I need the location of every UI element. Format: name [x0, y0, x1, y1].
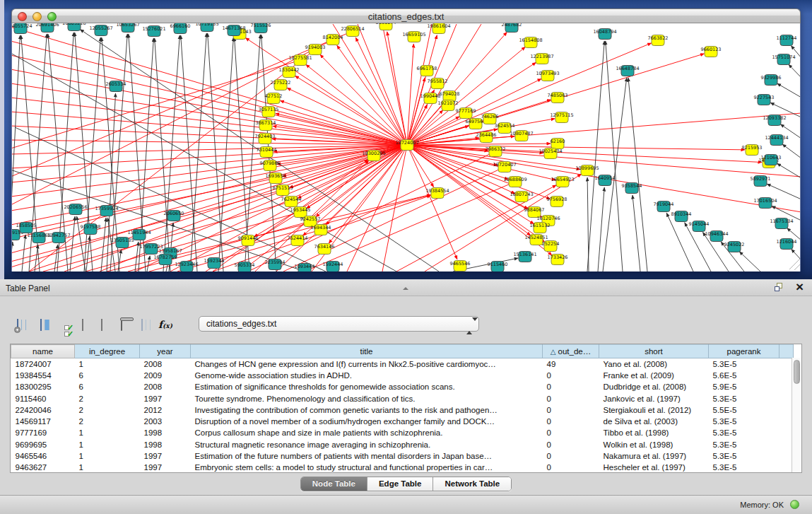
attribute-table[interactable]: namein_degreeyeartitle△out_de…shortpager… [10, 344, 802, 473]
table-cell[interactable]: 0 [543, 427, 599, 438]
table-cell[interactable]: 1998 [140, 439, 191, 450]
table-cell[interactable]: 2012 [140, 404, 191, 416]
table-cell[interactable]: 9777169 [11, 427, 75, 438]
table-cell[interactable]: 14569117 [11, 416, 75, 427]
table-cell[interactable]: Investigating the contribution of common… [191, 404, 543, 416]
table-cell[interactable]: 5.3E-5 [709, 462, 779, 473]
table-cell[interactable]: Hescheler et al. (1997) [599, 462, 709, 473]
citation-network-graph[interactable]: 1872400718300295193845549777169649756874… [12, 23, 801, 271]
select-all-button[interactable]: ✓ ✓ [55, 315, 73, 334]
table-cell[interactable]: 2003 [140, 416, 191, 427]
table-cell[interactable]: 22420046 [11, 404, 75, 416]
table-row[interactable]: 2242004622012Investigating the contribut… [11, 404, 794, 416]
column-header-name[interactable]: name [11, 345, 75, 358]
table-row[interactable]: 1872400712008Changes of HCN gene express… [11, 358, 794, 370]
table-cell[interactable]: 0 [543, 404, 599, 416]
table-header-row[interactable]: namein_degreeyeartitle△out_de…shortpager… [11, 345, 794, 358]
table-cell[interactable]: Nakamura et al. (1997) [599, 450, 709, 462]
table-cell[interactable]: 9463627 [11, 462, 75, 473]
table-cell[interactable]: 0 [543, 416, 599, 427]
table-cell[interactable]: 5.5E-5 [709, 404, 779, 416]
table-cell[interactable]: 2 [75, 416, 140, 427]
delete-rows-button[interactable] [112, 315, 131, 334]
table-cell[interactable]: 2 [75, 392, 140, 404]
function-builder-button[interactable]: f(x) [154, 315, 177, 334]
float-panel-icon[interactable] [775, 283, 785, 293]
scrollbar-thumb[interactable] [794, 360, 800, 384]
show-columns-button[interactable] [32, 315, 50, 334]
tab-network-table[interactable]: Network Table [433, 477, 511, 491]
table-cell[interactable]: 0 [543, 450, 599, 462]
table-cell[interactable]: 2008 [140, 381, 191, 392]
table-scrollbar[interactable] [792, 358, 801, 472]
table-cell[interactable]: Wolkin et al. (1998) [599, 439, 709, 450]
table-row[interactable]: 946362711997Embryonic stem cells: a mode… [11, 462, 794, 473]
network-window[interactable]: citations_edges.txt 18724007183002951938… [11, 8, 801, 271]
table-cell[interactable]: Corpus callosum shape and size in male p… [191, 427, 543, 438]
table-cell[interactable]: Disruption of a novel member of a sodium… [191, 416, 543, 427]
table-cell[interactable]: 1 [75, 439, 140, 450]
table-cell[interactable]: 5.3E-5 [709, 416, 779, 427]
table-cell[interactable]: Changes of HCN gene expression and I(f) … [191, 358, 543, 370]
tab-node-table[interactable]: Node Table [301, 477, 367, 491]
table-cell[interactable]: 5.3E-5 [709, 358, 779, 370]
column-header-title[interactable]: title [191, 345, 543, 358]
table-cell[interactable]: 6 [75, 381, 140, 392]
create-table-button[interactable] [93, 315, 111, 334]
table-cell[interactable]: Estimation of the future numbers of pati… [191, 450, 543, 462]
tab-edge-table[interactable]: Edge Table [367, 477, 434, 491]
table-cell[interactable]: 9115460 [11, 392, 75, 404]
table-row[interactable]: 969969511998Structural magnetic resonanc… [11, 439, 794, 450]
table-row[interactable]: 977716911998Corpus callosum shape and si… [11, 427, 794, 438]
table-type-segmented-control[interactable]: Node TableEdge TableNetwork Table [300, 477, 512, 491]
table-cell[interactable]: 1 [75, 462, 140, 473]
table-cell[interactable]: Embryonic stem cells: a model to study s… [191, 462, 543, 473]
table-cell[interactable]: 5.3E-5 [709, 427, 779, 438]
table-cell[interactable]: 5.9E-5 [709, 381, 779, 392]
splitter-handle-icon[interactable] [403, 280, 411, 284]
row-height-button[interactable] [73, 315, 92, 334]
table-cell[interactable]: Dudbridge et al. (2008) [599, 381, 709, 392]
table-cell[interactable]: 1 [75, 358, 140, 370]
column-header-pagerank[interactable]: pagerank [709, 345, 779, 358]
column-header-out_de[interactable]: △out_de… [543, 345, 599, 358]
table-cell[interactable]: Genome-wide association studies in ADHD. [191, 370, 543, 381]
table-cell[interactable]: 5.3E-5 [709, 450, 779, 462]
table-cell[interactable]: 19384554 [11, 370, 75, 381]
table-cell[interactable]: 9465546 [11, 450, 75, 462]
table-cell[interactable]: 1 [75, 427, 140, 438]
table-cell[interactable]: 18724007 [11, 358, 75, 370]
network-window-titlebar[interactable]: citations_edges.txt [11, 8, 801, 23]
table-cell[interactable]: 1998 [140, 427, 191, 438]
table-cell[interactable]: 1997 [140, 450, 191, 462]
table-cell[interactable]: 18300295 [11, 381, 75, 392]
table-cell[interactable]: 5.3E-5 [709, 439, 779, 450]
table-cell[interactable]: Jankovic et al. (1997) [599, 392, 709, 404]
table-cell[interactable]: 5.6E-5 [709, 370, 779, 381]
table-row[interactable]: 1456911722003Disruption of a novel membe… [11, 416, 794, 427]
table-cell[interactable]: de Silva et al. (2003) [599, 416, 709, 427]
column-header-short[interactable]: short [599, 345, 709, 358]
table-cell[interactable]: 9699695 [11, 439, 75, 450]
table-cell[interactable]: 0 [543, 392, 599, 404]
table-row[interactable]: 946554611997Estimation of the future num… [11, 450, 794, 462]
table-cell[interactable]: Structural magnetic resonance image aver… [191, 439, 543, 450]
table-cell[interactable]: 1 [75, 450, 140, 462]
table-cell[interactable]: Tourette syndrome. Phenomenology and cla… [191, 392, 543, 404]
table-cell[interactable]: 0 [543, 370, 599, 381]
table-cell[interactable]: Yano et al. (2008) [599, 358, 709, 370]
table-cell[interactable]: 2 [75, 404, 140, 416]
table-cell[interactable]: 5.3E-5 [709, 392, 779, 404]
table-cell[interactable]: 6 [75, 370, 140, 381]
table-cell[interactable]: Estimation of significance thresholds fo… [191, 381, 543, 392]
table-row[interactable]: 1830029562008Estimation of significance … [11, 381, 794, 392]
table-row[interactable]: 911546021997Tourette syndrome. Phenomeno… [11, 392, 794, 404]
table-cell[interactable]: Franke et al. (2009) [599, 370, 709, 381]
column-header-in_degree[interactable]: in_degree [75, 345, 140, 358]
table-cell[interactable]: Stergiakouli et al. (2012) [599, 404, 709, 416]
table-settings-button[interactable] [8, 315, 27, 334]
table-cell[interactable]: 2008 [140, 358, 191, 370]
table-cell[interactable]: 0 [543, 381, 599, 392]
node-table[interactable]: namein_degreeyeartitle△out_de…shortpager… [11, 344, 794, 473]
table-cell[interactable]: 0 [543, 462, 599, 473]
